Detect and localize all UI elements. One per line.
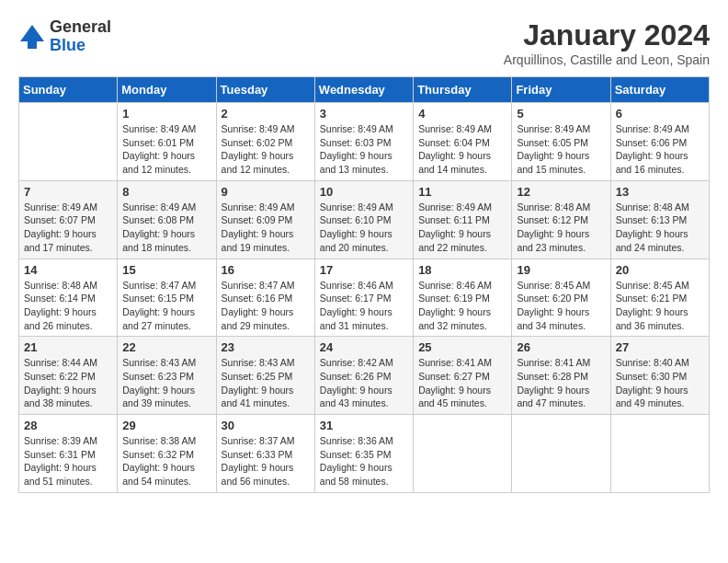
day-info: Sunrise: 8:49 AM Sunset: 6:07 PM Dayligh… — [24, 201, 112, 255]
day-number: 2 — [222, 107, 310, 121]
calendar-cell — [512, 415, 610, 493]
day-info: Sunrise: 8:49 AM Sunset: 6:05 PM Dayligh… — [517, 122, 605, 177]
calendar-week-row: 14Sunrise: 8:48 AM Sunset: 6:14 PM Dayli… — [19, 259, 710, 337]
header: General Blue January 2024 Arquillinos, C… — [18, 18, 710, 67]
calendar-cell: 19Sunrise: 8:45 AM Sunset: 6:20 PM Dayli… — [512, 259, 610, 337]
weekday-header: Tuesday — [216, 77, 314, 103]
weekday-header-row: SundayMondayTuesdayWednesdayThursdayFrid… — [19, 77, 710, 103]
calendar-cell: 16Sunrise: 8:47 AM Sunset: 6:16 PM Dayli… — [216, 259, 314, 337]
day-info: Sunrise: 8:48 AM Sunset: 6:12 PM Dayligh… — [517, 201, 605, 255]
day-number: 8 — [122, 185, 210, 199]
day-info: Sunrise: 8:47 AM Sunset: 6:16 PM Dayligh… — [222, 279, 310, 333]
calendar-cell: 4Sunrise: 8:49 AM Sunset: 6:04 PM Daylig… — [414, 103, 512, 181]
day-info: Sunrise: 8:37 AM Sunset: 6:33 PM Dayligh… — [222, 434, 310, 488]
day-info: Sunrise: 8:39 AM Sunset: 6:31 PM Dayligh… — [24, 434, 112, 488]
day-info: Sunrise: 8:44 AM Sunset: 6:22 PM Dayligh… — [24, 356, 112, 410]
day-number: 15 — [122, 263, 210, 277]
calendar-cell: 10Sunrise: 8:49 AM Sunset: 6:10 PM Dayli… — [314, 180, 413, 259]
day-number: 1 — [122, 107, 210, 121]
calendar-cell — [19, 103, 118, 181]
weekday-header: Sunday — [19, 77, 118, 103]
day-number: 17 — [320, 263, 408, 277]
calendar-week-row: 7Sunrise: 8:49 AM Sunset: 6:07 PM Daylig… — [19, 180, 710, 259]
day-info: Sunrise: 8:49 AM Sunset: 6:11 PM Dayligh… — [418, 201, 506, 255]
day-number: 22 — [122, 340, 210, 354]
calendar-cell: 6Sunrise: 8:49 AM Sunset: 6:06 PM Daylig… — [610, 103, 709, 181]
day-number: 18 — [418, 263, 506, 277]
day-info: Sunrise: 8:48 AM Sunset: 6:14 PM Dayligh… — [24, 279, 112, 333]
day-info: Sunrise: 8:41 AM Sunset: 6:28 PM Dayligh… — [517, 356, 605, 410]
day-info: Sunrise: 8:42 AM Sunset: 6:26 PM Dayligh… — [320, 356, 408, 410]
weekday-header: Wednesday — [314, 77, 413, 103]
weekday-header: Friday — [512, 77, 610, 103]
day-number: 13 — [616, 185, 704, 199]
logo-blue: Blue — [50, 36, 85, 54]
day-number: 5 — [517, 107, 605, 121]
day-info: Sunrise: 8:49 AM Sunset: 6:01 PM Dayligh… — [122, 122, 210, 177]
logo: General Blue — [18, 18, 111, 55]
day-number: 7 — [24, 185, 112, 199]
day-number: 10 — [320, 185, 408, 199]
calendar-cell: 21Sunrise: 8:44 AM Sunset: 6:22 PM Dayli… — [19, 337, 118, 415]
calendar-cell: 15Sunrise: 8:47 AM Sunset: 6:15 PM Dayli… — [118, 259, 216, 337]
day-info: Sunrise: 8:48 AM Sunset: 6:13 PM Dayligh… — [616, 201, 704, 255]
day-number: 4 — [418, 107, 506, 121]
logo-icon — [18, 23, 46, 51]
day-info: Sunrise: 8:43 AM Sunset: 6:25 PM Dayligh… — [222, 356, 310, 410]
calendar-cell: 14Sunrise: 8:48 AM Sunset: 6:14 PM Dayli… — [19, 259, 118, 337]
calendar-cell — [414, 415, 512, 493]
calendar-cell: 23Sunrise: 8:43 AM Sunset: 6:25 PM Dayli… — [216, 337, 314, 415]
calendar-cell: 24Sunrise: 8:42 AM Sunset: 6:26 PM Dayli… — [314, 337, 413, 415]
day-info: Sunrise: 8:40 AM Sunset: 6:30 PM Dayligh… — [616, 356, 704, 410]
day-number: 9 — [222, 185, 310, 199]
day-number: 26 — [517, 340, 605, 354]
day-info: Sunrise: 8:49 AM Sunset: 6:10 PM Dayligh… — [320, 201, 408, 255]
weekday-header: Saturday — [610, 77, 709, 103]
calendar-cell: 17Sunrise: 8:46 AM Sunset: 6:17 PM Dayli… — [314, 259, 413, 337]
calendar-cell: 5Sunrise: 8:49 AM Sunset: 6:05 PM Daylig… — [512, 103, 610, 181]
day-number: 16 — [222, 263, 310, 277]
calendar-cell: 2Sunrise: 8:49 AM Sunset: 6:02 PM Daylig… — [216, 103, 314, 181]
day-number: 31 — [320, 419, 408, 432]
weekday-header: Monday — [118, 77, 216, 103]
calendar-cell: 3Sunrise: 8:49 AM Sunset: 6:03 PM Daylig… — [314, 103, 413, 181]
calendar-cell — [610, 415, 709, 493]
calendar-cell: 28Sunrise: 8:39 AM Sunset: 6:31 PM Dayli… — [19, 415, 118, 493]
day-info: Sunrise: 8:49 AM Sunset: 6:04 PM Dayligh… — [418, 122, 506, 177]
calendar-cell: 22Sunrise: 8:43 AM Sunset: 6:23 PM Dayli… — [118, 337, 216, 415]
day-number: 20 — [616, 263, 704, 277]
calendar-cell: 29Sunrise: 8:38 AM Sunset: 6:32 PM Dayli… — [118, 415, 216, 493]
day-info: Sunrise: 8:46 AM Sunset: 6:19 PM Dayligh… — [418, 279, 506, 333]
day-number: 27 — [616, 340, 704, 354]
calendar-week-row: 1Sunrise: 8:49 AM Sunset: 6:01 PM Daylig… — [19, 103, 710, 181]
day-number: 11 — [418, 185, 506, 199]
calendar-cell: 20Sunrise: 8:45 AM Sunset: 6:21 PM Dayli… — [610, 259, 709, 337]
day-info: Sunrise: 8:46 AM Sunset: 6:17 PM Dayligh… — [320, 279, 408, 333]
calendar-cell: 8Sunrise: 8:49 AM Sunset: 6:08 PM Daylig… — [118, 180, 216, 259]
calendar-cell: 31Sunrise: 8:36 AM Sunset: 6:35 PM Dayli… — [314, 415, 413, 493]
calendar-cell: 7Sunrise: 8:49 AM Sunset: 6:07 PM Daylig… — [19, 180, 118, 259]
logo-general: General — [50, 17, 111, 36]
day-info: Sunrise: 8:49 AM Sunset: 6:08 PM Dayligh… — [122, 201, 210, 255]
day-number: 21 — [24, 340, 112, 354]
location-subtitle: Arquillinos, Castille and Leon, Spain — [504, 52, 710, 67]
weekday-header: Thursday — [414, 77, 512, 103]
day-info: Sunrise: 8:49 AM Sunset: 6:09 PM Dayligh… — [222, 201, 310, 255]
month-title: January 2024 — [504, 18, 710, 52]
day-number: 6 — [616, 107, 704, 121]
day-number: 14 — [24, 263, 112, 277]
calendar-cell: 25Sunrise: 8:41 AM Sunset: 6:27 PM Dayli… — [414, 337, 512, 415]
day-info: Sunrise: 8:45 AM Sunset: 6:20 PM Dayligh… — [517, 279, 605, 333]
svg-rect-2 — [28, 41, 37, 49]
day-info: Sunrise: 8:41 AM Sunset: 6:27 PM Dayligh… — [418, 356, 506, 410]
day-number: 23 — [222, 340, 310, 354]
calendar-cell: 13Sunrise: 8:48 AM Sunset: 6:13 PM Dayli… — [610, 180, 709, 259]
day-info: Sunrise: 8:47 AM Sunset: 6:15 PM Dayligh… — [122, 279, 210, 333]
day-number: 12 — [517, 185, 605, 199]
title-area: January 2024 Arquillinos, Castille and L… — [504, 18, 710, 67]
calendar-cell: 18Sunrise: 8:46 AM Sunset: 6:19 PM Dayli… — [414, 259, 512, 337]
calendar-cell: 12Sunrise: 8:48 AM Sunset: 6:12 PM Dayli… — [512, 180, 610, 259]
day-info: Sunrise: 8:36 AM Sunset: 6:35 PM Dayligh… — [320, 434, 408, 488]
calendar-week-row: 28Sunrise: 8:39 AM Sunset: 6:31 PM Dayli… — [19, 415, 710, 493]
calendar-cell: 26Sunrise: 8:41 AM Sunset: 6:28 PM Dayli… — [512, 337, 610, 415]
